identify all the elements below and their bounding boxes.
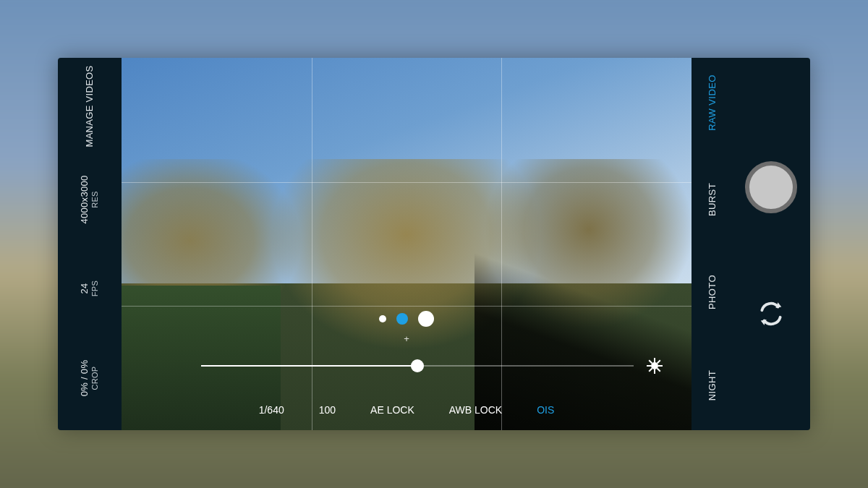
manage-videos-button[interactable]: MANAGE VIDEOS — [84, 65, 95, 147]
focus-point-small[interactable] — [379, 315, 386, 322]
ae-lock-button[interactable]: AE LOCK — [370, 404, 414, 416]
capture-rail-right — [732, 58, 810, 430]
grid-line-horizontal-1 — [122, 182, 692, 183]
crop-value: 0% / 0% — [79, 360, 90, 397]
grid-line-vertical-2 — [501, 58, 502, 430]
exposure-thumb[interactable] — [411, 359, 424, 372]
scene-shadow — [475, 213, 692, 430]
resolution-label: RES — [90, 175, 101, 223]
viewfinder-scene — [122, 58, 692, 430]
manage-videos-label: MANAGE VIDEOS — [84, 65, 95, 147]
exposure-track-filled — [201, 365, 417, 367]
mode-selector[interactable]: NIGHT PHOTO BURST RAW VIDEO — [692, 58, 732, 430]
add-focus-point-icon[interactable]: + — [404, 333, 409, 344]
mode-night[interactable]: NIGHT — [707, 370, 718, 401]
grid-line-vertical-1 — [312, 58, 312, 430]
resolution-value: 4000x3000 — [79, 175, 90, 223]
exposure-controls-row: 1/640 100 AE LOCK AWB LOCK OIS — [122, 404, 692, 416]
fps-setting[interactable]: 24 FPS — [79, 281, 101, 296]
focus-point-large[interactable] — [418, 311, 434, 327]
focus-point-medium-selected[interactable] — [396, 313, 408, 325]
crop-setting[interactable]: 0% / 0% CROP — [79, 360, 101, 397]
switch-camera-button[interactable] — [757, 300, 785, 328]
fps-value: 24 — [79, 281, 90, 296]
ois-button[interactable]: OIS — [537, 404, 554, 416]
mode-raw-video[interactable]: RAW VIDEO — [707, 74, 718, 131]
exposure-track[interactable] — [201, 365, 634, 367]
fps-label: FPS — [90, 281, 101, 296]
viewfinder[interactable]: + 1/640 100 AE LOCK AWB LOCK OIS — [122, 58, 692, 430]
exposure-slider[interactable] — [201, 358, 663, 374]
settings-rail-left: 0% / 0% CROP 24 FPS 4000x3000 RES MANAGE… — [58, 58, 122, 430]
grid-line-horizontal-2 — [122, 306, 692, 307]
awb-lock-button[interactable]: AWB LOCK — [449, 404, 502, 416]
mode-burst[interactable]: BURST — [707, 183, 718, 216]
shutter-speed-button[interactable]: 1/640 — [259, 404, 284, 416]
iso-button[interactable]: 100 — [319, 404, 336, 416]
mode-photo[interactable]: PHOTO — [707, 275, 718, 309]
switch-camera-icon — [757, 300, 785, 328]
resolution-setting[interactable]: 4000x3000 RES — [79, 175, 101, 223]
crop-label: CROP — [90, 360, 101, 397]
focus-point-group[interactable] — [379, 311, 434, 327]
camera-app-frame: 0% / 0% CROP 24 FPS 4000x3000 RES MANAGE… — [58, 58, 810, 430]
shutter-button[interactable] — [745, 161, 797, 213]
brightness-icon — [647, 358, 663, 374]
